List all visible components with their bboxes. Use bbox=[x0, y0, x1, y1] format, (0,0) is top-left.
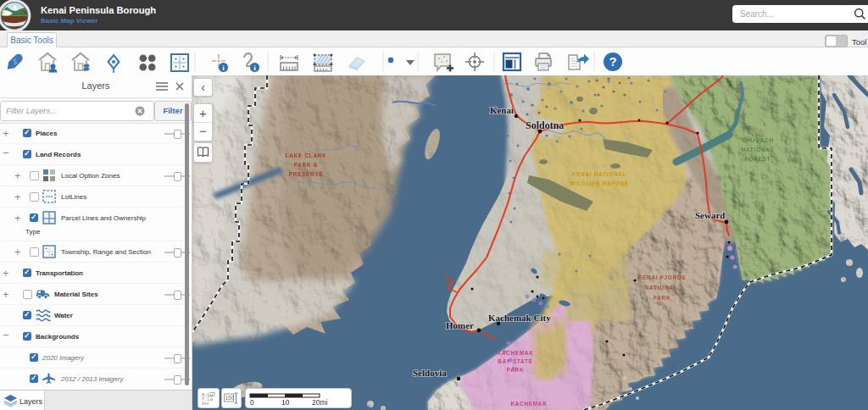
svg-text:150: 150 bbox=[225, 395, 235, 401]
svg-text:KENAI FJORDS: KENAI FJORDS bbox=[638, 274, 686, 280]
svg-text:PRESERVE: PRESERVE bbox=[289, 171, 324, 177]
svg-text:Soldotna: Soldotna bbox=[526, 119, 564, 131]
svg-text:Seldovia: Seldovia bbox=[413, 368, 447, 378]
svg-text:PARK: PARK bbox=[507, 367, 525, 373]
svg-text:CHUGACH: CHUGACH bbox=[742, 137, 774, 143]
svg-text:LAKE CLARK: LAKE CLARK bbox=[286, 152, 327, 158]
svg-text:WILDLIFE REFUGE: WILDLIFE REFUGE bbox=[570, 180, 629, 186]
svg-text:NATIONAL: NATIONAL bbox=[645, 285, 677, 291]
svg-text:PARK &: PARK & bbox=[294, 162, 318, 168]
svg-text:Seward: Seward bbox=[695, 210, 725, 220]
svg-text:deg: deg bbox=[202, 402, 209, 406]
svg-text:NATIONAL: NATIONAL bbox=[742, 147, 774, 152]
svg-text:10: 10 bbox=[281, 398, 290, 407]
svg-text:KACHEMAK: KACHEMAK bbox=[510, 401, 547, 407]
svg-text:KENAI NATIONAL: KENAI NATIONAL bbox=[572, 171, 627, 177]
svg-text:20mi: 20mi bbox=[312, 398, 328, 407]
svg-text:Homer: Homer bbox=[446, 320, 474, 330]
svg-text:?: ? bbox=[609, 54, 616, 69]
svg-text:Kachemak City: Kachemak City bbox=[488, 313, 551, 323]
svg-text:Kenai: Kenai bbox=[490, 105, 514, 115]
svg-text:BAY STATE: BAY STATE bbox=[498, 358, 532, 364]
svg-text:0: 0 bbox=[250, 398, 254, 407]
svg-text:PARK: PARK bbox=[654, 295, 671, 301]
svg-text:FOREST: FOREST bbox=[745, 156, 771, 162]
svg-text:KACHEMAK: KACHEMAK bbox=[497, 350, 533, 356]
